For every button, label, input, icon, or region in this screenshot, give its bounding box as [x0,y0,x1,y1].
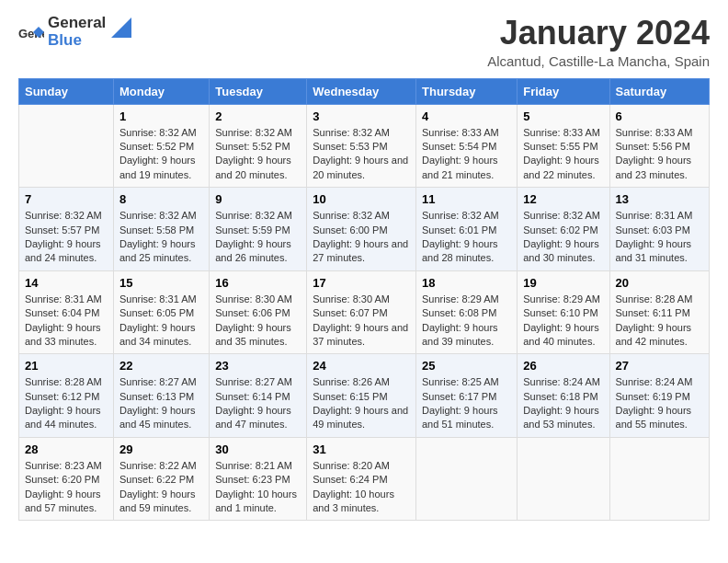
day-info: Sunrise: 8:25 AMSunset: 6:17 PMDaylight:… [422,375,511,432]
day-number: 12 [523,192,603,206]
sunrise-text: Sunrise: 8:27 AM [119,375,203,389]
calendar-cell: 27Sunrise: 8:24 AMSunset: 6:19 PMDayligh… [609,354,709,438]
daylight-text: Daylight: 9 hours and 44 minutes. [25,404,108,432]
sunset-text: Sunset: 6:03 PM [616,224,703,237]
calendar-cell: 14Sunrise: 8:31 AMSunset: 6:04 PMDayligh… [19,270,114,354]
day-number: 16 [215,276,301,290]
sunrise-text: Sunrise: 8:21 AM [215,459,301,473]
header-tuesday: Tuesday [210,78,307,104]
sunrise-text: Sunrise: 8:23 AM [25,459,108,473]
day-number: 4 [422,109,511,123]
daylight-text: Daylight: 9 hours and 34 minutes. [119,321,203,350]
calendar-cell: 31Sunrise: 8:20 AMSunset: 6:24 PMDayligh… [307,437,416,521]
calendar-cell: 21Sunrise: 8:28 AMSunset: 6:12 PMDayligh… [19,354,114,438]
sunrise-text: Sunrise: 8:32 AM [119,126,203,140]
day-info: Sunrise: 8:31 AMSunset: 6:05 PMDaylight:… [119,293,203,350]
sunset-text: Sunset: 6:23 PM [215,473,301,487]
calendar-cell: 1Sunrise: 8:32 AMSunset: 5:52 PMDaylight… [113,104,209,188]
day-info: Sunrise: 8:28 AMSunset: 6:11 PMDaylight:… [616,293,703,350]
calendar-cell: 28Sunrise: 8:23 AMSunset: 6:20 PMDayligh… [19,437,114,521]
sunset-text: Sunset: 5:58 PM [119,224,203,237]
day-number: 2 [215,109,301,123]
calendar-cell: 9Sunrise: 8:32 AMSunset: 5:59 PMDaylight… [210,188,307,271]
sunrise-text: Sunrise: 8:31 AM [119,293,203,306]
day-number: 5 [523,109,603,123]
sunset-text: Sunset: 6:14 PM [215,390,301,404]
calendar-week-row: 1Sunrise: 8:32 AMSunset: 5:52 PMDaylight… [19,104,710,188]
day-number: 14 [25,276,108,290]
sunset-text: Sunset: 6:13 PM [119,390,203,404]
day-info: Sunrise: 8:30 AMSunset: 6:07 PMDaylight:… [313,293,410,350]
day-number: 6 [616,109,703,123]
calendar-cell [416,437,518,521]
sunrise-text: Sunrise: 8:24 AM [616,375,703,389]
calendar-cell: 16Sunrise: 8:30 AMSunset: 6:06 PMDayligh… [210,270,307,354]
day-info: Sunrise: 8:32 AMSunset: 5:53 PMDaylight:… [313,126,410,183]
daylight-text: Daylight: 9 hours and 49 minutes. [313,404,410,432]
sunset-text: Sunset: 6:22 PM [119,473,203,487]
sunset-text: Sunset: 5:53 PM [313,140,410,154]
header-wednesday: Wednesday [307,78,416,104]
day-info: Sunrise: 8:32 AMSunset: 5:59 PMDaylight:… [215,209,301,266]
sunrise-text: Sunrise: 8:32 AM [215,126,301,140]
day-info: Sunrise: 8:31 AMSunset: 6:03 PMDaylight:… [616,209,703,266]
calendar-cell: 7Sunrise: 8:32 AMSunset: 5:57 PMDaylight… [19,188,114,271]
daylight-text: Daylight: 9 hours and 47 minutes. [215,404,301,432]
daylight-text: Daylight: 9 hours and 33 minutes. [25,321,108,350]
calendar-cell [518,437,609,521]
sunset-text: Sunset: 6:11 PM [616,306,703,320]
daylight-text: Daylight: 9 hours and 42 minutes. [616,321,703,350]
day-info: Sunrise: 8:23 AMSunset: 6:20 PMDaylight:… [25,459,108,516]
header-monday: Monday [113,78,209,104]
day-number: 20 [616,276,703,290]
calendar-cell: 29Sunrise: 8:22 AMSunset: 6:22 PMDayligh… [113,437,209,521]
day-number: 18 [422,276,511,290]
sunrise-text: Sunrise: 8:22 AM [119,459,203,473]
sunset-text: Sunset: 6:08 PM [422,306,511,320]
sunrise-text: Sunrise: 8:32 AM [313,126,410,140]
calendar-week-row: 14Sunrise: 8:31 AMSunset: 6:04 PMDayligh… [19,270,710,354]
daylight-text: Daylight: 9 hours and 59 minutes. [119,488,203,516]
day-number: 11 [422,192,511,206]
day-info: Sunrise: 8:22 AMSunset: 6:22 PMDaylight:… [119,459,203,516]
calendar-week-row: 21Sunrise: 8:28 AMSunset: 6:12 PMDayligh… [19,354,710,438]
title-section: January 2024 Alcantud, Castille-La Manch… [487,15,710,69]
logo: General General Blue [18,15,131,49]
day-number: 3 [313,109,410,123]
calendar-cell: 24Sunrise: 8:26 AMSunset: 6:15 PMDayligh… [307,354,416,438]
calendar-header-row: SundayMondayTuesdayWednesdayThursdayFrid… [19,78,710,104]
day-number: 23 [215,359,301,373]
day-number: 31 [313,442,410,456]
main-title: January 2024 [487,15,710,52]
sunrise-text: Sunrise: 8:32 AM [215,209,301,223]
day-number: 10 [313,192,410,206]
sunset-text: Sunset: 5:54 PM [422,140,511,154]
logo-general: General [48,14,106,31]
day-info: Sunrise: 8:32 AMSunset: 5:57 PMDaylight:… [25,209,108,266]
sunrise-text: Sunrise: 8:33 AM [523,126,603,140]
calendar-cell [609,437,709,521]
sunset-text: Sunset: 6:07 PM [313,306,410,320]
daylight-text: Daylight: 9 hours and 31 minutes. [616,237,703,266]
day-info: Sunrise: 8:24 AMSunset: 6:18 PMDaylight:… [523,375,603,432]
day-number: 24 [313,359,410,373]
header-friday: Friday [518,78,609,104]
subtitle: Alcantud, Castille-La Mancha, Spain [487,53,710,69]
sunset-text: Sunset: 5:57 PM [25,224,108,237]
sunrise-text: Sunrise: 8:33 AM [616,126,703,140]
day-info: Sunrise: 8:32 AMSunset: 5:58 PMDaylight:… [119,209,203,266]
sunrise-text: Sunrise: 8:31 AM [25,293,108,306]
sunrise-text: Sunrise: 8:31 AM [616,209,703,223]
calendar-cell: 11Sunrise: 8:32 AMSunset: 6:01 PMDayligh… [416,188,518,271]
sunset-text: Sunset: 6:18 PM [523,390,603,404]
sunrise-text: Sunrise: 8:32 AM [313,209,410,223]
sunset-text: Sunset: 6:15 PM [313,390,410,404]
sunrise-text: Sunrise: 8:32 AM [25,209,108,223]
day-number: 13 [616,192,703,206]
calendar-cell [19,104,114,188]
day-number: 15 [119,276,203,290]
daylight-text: Daylight: 9 hours and 39 minutes. [422,321,511,350]
day-number: 26 [523,359,603,373]
day-number: 29 [119,442,203,456]
day-number: 19 [523,276,603,290]
